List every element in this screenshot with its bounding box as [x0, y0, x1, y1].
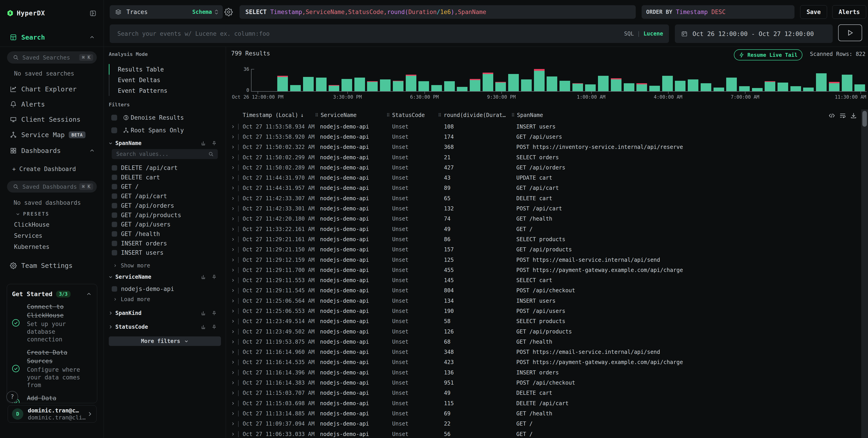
histogram-bar[interactable] [790, 86, 801, 91]
more-filters-button[interactable]: More filters [109, 337, 221, 346]
histogram-bar[interactable] [585, 84, 596, 91]
histogram-bar[interactable] [354, 78, 365, 91]
table-row[interactable]: Oct 27 11:42:33.301 AMnodejs-demo-apiUns… [226, 203, 861, 213]
expand-row-icon[interactable] [231, 306, 235, 316]
table-row[interactable]: Oct 27 11:16:14.383 AMnodejs-demo-apiUns… [226, 378, 861, 388]
table-row[interactable]: Oct 27 11:25:06.553 AMnodejs-demo-apiUns… [226, 306, 861, 316]
facet-value-get-[interactable]: GET / [112, 182, 138, 191]
histogram-bar[interactable] [688, 80, 699, 91]
histogram-bar[interactable] [316, 78, 327, 91]
table-row[interactable]: Oct 27 11:50:02.322 AMnodejs-demo-apiUns… [226, 142, 861, 152]
histogram-bar[interactable] [508, 74, 519, 91]
saved-searches-input[interactable]: Saved Searches ⌘ K [7, 51, 97, 64]
table-row[interactable]: Oct 27 11:50:02.299 AMnodejs-demo-apiUns… [226, 152, 861, 163]
histogram-bar[interactable] [367, 81, 378, 91]
table-row[interactable]: Oct 27 11:44:31.970 AMnodejs-demo-apiUns… [226, 173, 861, 183]
histogram-bar[interactable] [483, 72, 493, 91]
create-dashboard-button[interactable]: + Create Dashboard [12, 166, 76, 172]
expand-row-icon[interactable] [231, 326, 235, 337]
facet-value-insert-users[interactable]: INSERT users [112, 248, 163, 257]
table-row[interactable]: Oct 27 11:15:03.698 AMnodejs-demo-apiUns… [226, 398, 861, 408]
facet-value-nodejs-demo-api[interactable]: nodejs-demo-api [112, 284, 174, 293]
checkbox[interactable] [112, 203, 117, 208]
expand-row-icon[interactable] [231, 234, 235, 244]
preset-item-kubernetes[interactable]: Kubernetes [14, 243, 50, 250]
expand-row-icon[interactable] [231, 214, 235, 224]
pin-icon[interactable] [212, 324, 217, 330]
table-row[interactable]: Oct 27 11:23:49.514 AMnodejs-demo-apiUns… [226, 316, 861, 326]
table-row[interactable]: Oct 27 11:06:33.033 AMnodejs-demo-apiUns… [226, 429, 861, 438]
facet-header-spankind[interactable]: SpanKind [108, 309, 222, 317]
table-row[interactable]: Oct 27 11:15:03.707 AMnodejs-demo-apiUns… [226, 388, 861, 398]
sort-desc-icon[interactable]: ↓ [301, 112, 304, 118]
expand-row-icon[interactable] [231, 142, 235, 152]
table-row[interactable]: Oct 27 11:16:14.535 AMnodejs-demo-apiUns… [226, 357, 861, 368]
histogram-bar[interactable] [598, 76, 609, 91]
time-range-picker[interactable]: Oct 26 12:00:00 - Oct 27 12:00:00 [675, 24, 833, 43]
expand-row-icon[interactable] [231, 265, 235, 275]
checkbox[interactable] [112, 175, 117, 180]
sql-mode-option[interactable]: SQL [624, 31, 634, 37]
expand-row-icon[interactable] [231, 378, 235, 388]
sidebar-item-dashboards[interactable]: Dashboards [0, 144, 104, 157]
histogram-bar[interactable] [855, 84, 865, 91]
histogram-bar[interactable] [303, 77, 314, 91]
expand-row-icon[interactable] [231, 193, 235, 203]
sidebar-item-chart-explorer[interactable]: Chart Explorer [0, 83, 104, 95]
expand-row-icon[interactable] [231, 368, 235, 378]
facet-chart-icon[interactable] [201, 274, 207, 280]
histogram-bar[interactable] [649, 86, 660, 91]
get-started-item[interactable]: Add DataStart sending [11, 394, 93, 403]
histogram-bar[interactable] [714, 88, 724, 91]
table-row[interactable]: Oct 27 11:50:02.289 AMnodejs-demo-apiUns… [226, 163, 861, 173]
load-more-link[interactable]: Load more [113, 296, 150, 302]
histogram-bar[interactable] [418, 81, 429, 91]
table-row[interactable]: Oct 27 11:29:21.150 AMnodejs-demo-apiUns… [226, 244, 861, 255]
get-started-item[interactable]: Create Data SourcesConfigure where your … [11, 348, 93, 389]
expand-row-icon[interactable] [231, 183, 235, 193]
pin-icon[interactable] [212, 274, 217, 280]
pin-icon[interactable] [212, 141, 217, 146]
histogram-bar[interactable] [803, 88, 814, 91]
expand-row-icon[interactable] [231, 152, 235, 163]
sidebar-item-service-map[interactable]: Service MapBETA [0, 128, 104, 141]
sidebar-collapse-icon[interactable] [90, 10, 96, 17]
event-search-input[interactable]: Search your events w/ Lucene ex. column:… [110, 24, 669, 43]
chevron-up-icon[interactable] [89, 35, 95, 40]
expand-row-icon[interactable] [231, 132, 235, 142]
expand-row-icon[interactable] [231, 429, 235, 438]
facet-chart-icon[interactable] [201, 324, 207, 330]
histogram-bar[interactable] [277, 76, 288, 91]
alerts-button[interactable]: Alerts [832, 5, 866, 19]
sidebar-item-alerts[interactable]: Alerts [0, 98, 104, 111]
expand-row-icon[interactable] [231, 121, 235, 132]
histogram-bar[interactable] [341, 79, 352, 91]
expand-row-icon[interactable] [231, 347, 235, 357]
histogram-bar[interactable] [380, 80, 391, 91]
histogram-bar[interactable] [406, 75, 416, 91]
checkbox[interactable] [112, 286, 117, 292]
histogram-bar[interactable] [547, 77, 557, 91]
histogram-bar[interactable] [431, 85, 442, 91]
histogram-bar[interactable] [393, 81, 403, 91]
histogram-bar[interactable] [495, 82, 506, 91]
histogram-bar[interactable] [521, 80, 532, 91]
expand-row-icon[interactable] [231, 275, 235, 285]
checkbox[interactable] [111, 127, 117, 133]
expand-row-icon[interactable] [231, 296, 235, 306]
facet-header-servicename[interactable]: ServiceName [108, 273, 222, 281]
table-row[interactable]: Oct 27 11:42:33.307 AMnodejs-demo-apiUns… [226, 193, 861, 203]
facet-chart-icon[interactable] [201, 311, 207, 316]
query-language-toggle[interactable]: SQL|Lucene [624, 31, 663, 37]
facet-value-delete-cart[interactable]: DELETE cart [112, 173, 160, 182]
chevron-right-icon[interactable] [108, 324, 113, 329]
table-row[interactable]: Oct 27 11:29:11.553 AMnodejs-demo-apiUns… [226, 275, 861, 285]
histogram-bar[interactable] [534, 69, 545, 91]
expand-row-icon[interactable] [231, 203, 235, 213]
histogram-bar[interactable] [611, 78, 621, 91]
table-row[interactable]: Oct 27 11:16:14.960 AMnodejs-demo-apiUns… [226, 347, 861, 357]
expand-row-icon[interactable] [231, 398, 235, 408]
order-by-input[interactable]: ORDER BY Timestamp DESC [642, 5, 795, 19]
table-row[interactable]: Oct 27 11:53:58.920 AMnodejs-demo-apiUns… [226, 132, 861, 142]
histogram-bar[interactable] [739, 86, 750, 91]
